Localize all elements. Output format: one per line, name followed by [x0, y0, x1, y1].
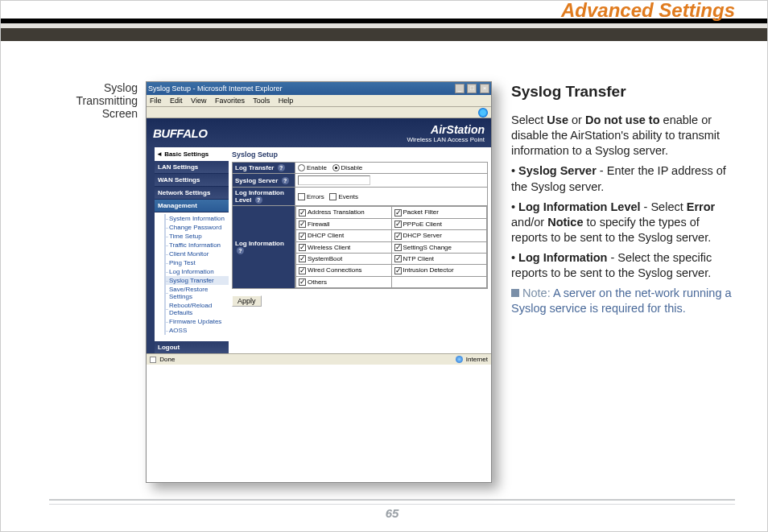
syslog-server-controls [295, 174, 488, 188]
dhcp-server-label: DHCP Server [403, 232, 442, 239]
nav-management[interactable]: Management [155, 200, 229, 212]
checkbox-ntp-client[interactable] [394, 255, 402, 262]
nav-network-settings[interactable]: Network Settings [155, 187, 229, 200]
menu-tools[interactable]: Tools [253, 97, 270, 105]
checkbox-wireless-client[interactable] [299, 244, 306, 251]
syslog-server-label: Syslog Server [235, 177, 278, 184]
log-information-label: Log Information [235, 240, 284, 247]
manual-page: Advanced Settings Syslog Transmitting Sc… [0, 0, 768, 532]
ntp-client-label: NTP Client [403, 255, 435, 262]
text: or [568, 113, 585, 126]
note-paragraph: Note: A server on the net-work running a… [511, 286, 735, 316]
basic-settings-link[interactable]: ◄ Basic Settings [155, 147, 229, 161]
window-maximize-button[interactable]: □ [467, 84, 477, 93]
checkbox-dhcp-server[interactable] [394, 233, 402, 240]
status-bar: Done Internet [147, 353, 491, 365]
help-icon[interactable]: ? [278, 164, 285, 171]
apply-button[interactable]: Apply [232, 295, 262, 307]
checkbox-errors[interactable] [298, 193, 305, 200]
section-title: Syslog Transfer [511, 81, 735, 101]
bullet-syslog-server: Syslog Server - Enter the IP address of … [511, 163, 735, 194]
subnav-save-restore[interactable]: Save/Restore Settings [164, 285, 229, 301]
menu-bar: File Edit View Favorites Tools Help [147, 95, 491, 107]
bullet-log-info-level: Log Information Level - Select Error and… [511, 200, 735, 245]
pppoe-label: PPPoE Client [403, 221, 442, 228]
settings-change-label: SettingS Change [403, 244, 452, 251]
app-content: ◄ Basic Settings LAN Settings WAN Settin… [147, 147, 491, 353]
menu-edit[interactable]: Edit [170, 97, 183, 105]
status-zone: Internet [456, 356, 488, 363]
window-minimize-button[interactable]: _ [455, 84, 465, 93]
subnav-log-information[interactable]: Log Information [164, 267, 229, 276]
subnav-syslog-transfer[interactable]: Syslog Transfer [164, 276, 229, 285]
bold-notice: Notice [547, 216, 583, 229]
checkbox-events[interactable] [329, 193, 337, 200]
subnav-reboot-reload[interactable]: Reboot/Reload Defaults [164, 301, 229, 317]
log-transfer-controls: Enable Disable [295, 163, 488, 174]
logout-button[interactable]: Logout [155, 341, 229, 353]
subnav-change-password[interactable]: Change Password [164, 223, 229, 232]
window-buttons: _ □ × [454, 84, 489, 93]
radio-enable[interactable] [298, 164, 305, 171]
menu-favorites[interactable]: Favorites [215, 97, 245, 105]
syslog-form: Log Transfer ? Enable Disable Sy [232, 162, 488, 289]
checkbox-others[interactable] [299, 278, 306, 286]
caption-line: Screen [49, 107, 138, 120]
log-information-controls: Address Translation Packet Filter Firewa… [295, 206, 488, 289]
product-banner: BUFFALO AirStation Wireless LAN Access P… [147, 118, 491, 147]
row-label-syslog-server: Syslog Server ? [233, 174, 295, 188]
address-bar [147, 107, 491, 118]
row-label-log-information: Log Information ? [233, 206, 295, 289]
menu-file[interactable]: File [150, 97, 162, 105]
chapter-title: Advanced Settings [1, 1, 735, 20]
subnav-firmware-updates[interactable]: Firmware Updates [164, 317, 229, 326]
intro-paragraph: Select Use or Do not use to enable or di… [511, 113, 735, 159]
management-submenu: System Information Change Password Time … [155, 212, 229, 336]
checkbox-firewall[interactable] [299, 221, 306, 228]
row-label-log-info-level: Log Information Level ? [233, 188, 295, 206]
menu-view[interactable]: View [191, 97, 206, 105]
screenshot-caption: Syslog Transmitting Screen [49, 81, 146, 483]
subnav-system-information[interactable]: System Information [164, 214, 229, 223]
help-icon[interactable]: ? [237, 247, 244, 254]
note-square-icon [511, 289, 519, 297]
menu-help[interactable]: Help [279, 97, 294, 105]
packet-filter-label: Packet Filter [403, 208, 439, 216]
subnav-ping-test[interactable]: Ping Test [164, 258, 229, 267]
window-title: Syslog Setup - Microsoft Internet Explor… [148, 85, 283, 93]
subnav-aoss[interactable]: AOSS [164, 326, 229, 335]
subnav-time-setup[interactable]: Time Setup [164, 232, 229, 241]
subnav-traffic-information[interactable]: Traffic Information [164, 241, 229, 250]
radio-disable[interactable] [332, 164, 340, 171]
log-items-grid: Address Translation Packet Filter Firewa… [295, 206, 487, 288]
bold-label: Log Information Level [518, 200, 640, 213]
left-strip [147, 147, 155, 353]
nav-lan-settings[interactable]: LAN Settings [155, 161, 229, 174]
checkbox-address-translation[interactable] [299, 209, 306, 217]
checkbox-settings-change[interactable] [394, 244, 402, 251]
log-transfer-label: Log Transfer [235, 164, 274, 171]
window-close-button[interactable]: × [480, 84, 489, 93]
subnav-client-monitor[interactable]: Client Monitor [164, 250, 229, 258]
status-done-text: Done [159, 356, 175, 363]
help-icon[interactable]: ? [255, 196, 262, 204]
bullet-log-information: Log Information - Select the specific re… [511, 250, 735, 281]
product-subtitle: Wireless LAN Access Point [407, 136, 485, 143]
checkbox-dhcp-client[interactable] [299, 233, 306, 240]
others-label: Others [308, 278, 327, 286]
ie-logo-icon [478, 108, 488, 118]
row-label-log-transfer: Log Transfer ? [233, 163, 295, 174]
checkbox-packet-filter[interactable] [394, 209, 402, 217]
system-boot-label: SystemBoot [308, 255, 342, 262]
syslog-server-input[interactable] [298, 175, 370, 185]
help-icon[interactable]: ? [282, 177, 289, 184]
text: and/or [511, 216, 547, 229]
nav-wan-settings[interactable]: WAN Settings [155, 174, 229, 187]
body: Syslog Transmitting Screen Syslog Setup … [49, 81, 735, 483]
enable-label: Enable [307, 164, 327, 171]
checkbox-pppoe-client[interactable] [394, 221, 402, 228]
checkbox-wired-connections[interactable] [299, 267, 306, 274]
checkbox-intrusion-detector[interactable] [394, 267, 402, 274]
checkbox-system-boot[interactable] [299, 255, 306, 262]
log-info-level-controls: Errors Events [295, 188, 488, 206]
